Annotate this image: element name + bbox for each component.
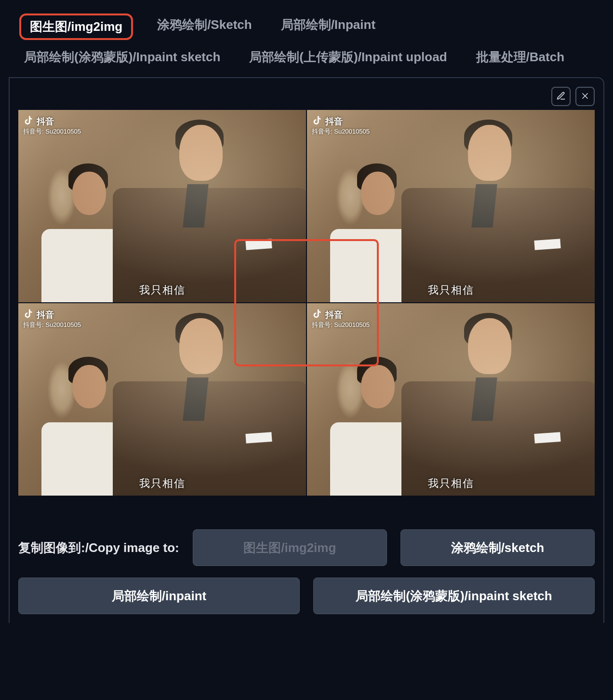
watermark: 抖音 (312, 308, 343, 321)
watermark-account: 抖音号: Su20010505 (23, 127, 81, 136)
copy-image-to-section: 复制图像到:/Copy image to: 图生图/img2img 涂鸦绘制/s… (18, 529, 595, 614)
grid-cell: 抖音 抖音号: Su20010505 我只相信 (307, 303, 595, 496)
subtitle-caption: 我只相信 (139, 283, 186, 297)
grid-cell: 抖音 抖音号: Su20010505 我只相信 (307, 110, 595, 302)
watermark-account: 抖音号: Su20010505 (312, 321, 370, 329)
copy-image-label: 复制图像到:/Copy image to: (18, 539, 179, 556)
subtitle-caption: 我只相信 (139, 476, 186, 491)
tab-inpaint-sketch[interactable]: 局部绘制(涂鸦蒙版)/Inpaint sketch (19, 46, 225, 68)
tab-sketch[interactable]: 涂鸦绘制/Sketch (152, 13, 257, 40)
grid-cell: 抖音 抖音号: Su20010505 我只相信 (18, 303, 306, 496)
grid-cell: 抖音 抖音号: Su20010505 我只相信 (18, 110, 306, 302)
watermark-account: 抖音号: Su20010505 (312, 127, 370, 136)
close-icon (580, 91, 590, 102)
watermark: 抖音 (23, 308, 54, 321)
image-toolbar (18, 87, 595, 106)
tab-img2img[interactable]: 图生图/img2img (19, 13, 133, 40)
tab-inpaint-upload[interactable]: 局部绘制(上传蒙版)/Inpaint upload (244, 46, 452, 68)
img2img-mode-tabs: 图生图/img2img 涂鸦绘制/Sketch 局部绘制/Inpaint 局部绘… (0, 0, 613, 77)
watermark-brand: 抖音 (37, 116, 54, 127)
pencil-icon (556, 91, 566, 102)
watermark-brand: 抖音 (37, 309, 54, 321)
douyin-icon (23, 308, 34, 321)
watermark-account: 抖音号: Su20010505 (23, 321, 81, 329)
subtitle-caption: 我只相信 (428, 476, 474, 491)
edit-button[interactable] (551, 87, 571, 106)
douyin-icon (23, 115, 34, 128)
watermark-brand: 抖音 (325, 116, 343, 127)
watermark: 抖音 (23, 115, 54, 128)
douyin-icon (312, 115, 322, 128)
watermark: 抖音 (312, 115, 343, 128)
watermark-brand: 抖音 (325, 309, 343, 321)
copy-to-img2img-button[interactable]: 图生图/img2img (193, 529, 387, 566)
tab-batch[interactable]: 批量处理/Batch (471, 46, 569, 68)
copy-to-inpaint-button[interactable]: 局部绘制/inpaint (18, 578, 300, 614)
douyin-icon (312, 308, 322, 321)
tab-inpaint[interactable]: 局部绘制/Inpaint (276, 13, 380, 40)
source-image-grid[interactable]: 抖音 抖音号: Su20010505 我只相信 抖音 抖音号: Su200105… (18, 110, 595, 496)
copy-to-inpaint-sketch-button[interactable]: 局部绘制(涂鸦蒙版)/inpaint sketch (313, 578, 595, 614)
image-panel: 抖音 抖音号: Su20010505 我只相信 抖音 抖音号: Su200105… (9, 77, 604, 623)
copy-to-sketch-button[interactable]: 涂鸦绘制/sketch (400, 529, 595, 566)
subtitle-caption: 我只相信 (428, 283, 474, 297)
clear-button[interactable] (575, 87, 595, 106)
